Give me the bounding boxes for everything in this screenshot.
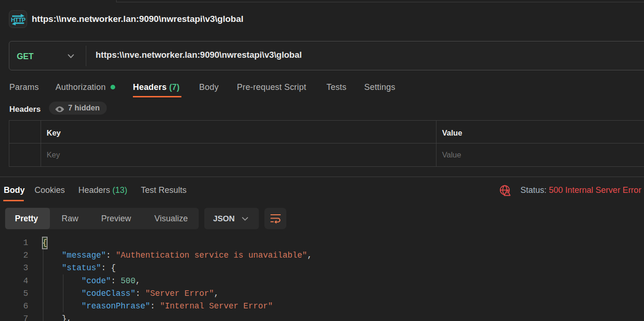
svg-text:HTTP: HTTP [11,17,25,23]
